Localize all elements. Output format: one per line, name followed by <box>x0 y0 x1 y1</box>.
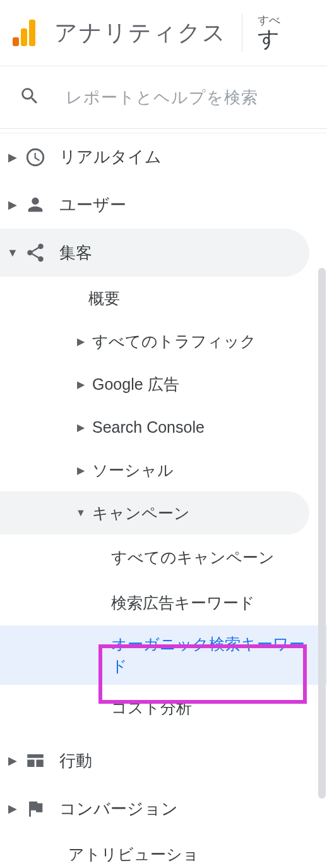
app-title: アナリティクス <box>54 18 227 49</box>
sub-campaigns[interactable]: ▼ キャンペーン <box>0 491 309 534</box>
caret-right-icon: ▶ <box>6 150 19 164</box>
sub-overview[interactable]: 概要 <box>0 277 327 320</box>
nav-conversions[interactable]: ▶ コンバージョン <box>0 785 327 833</box>
nav-label: リアルタイム <box>59 146 162 168</box>
sub-all-traffic[interactable]: ▶ すべてのトラフィック <box>0 320 327 363</box>
sub-attribution[interactable]: アトリビューショ <box>0 833 327 868</box>
share-nodes-icon <box>23 240 48 265</box>
nav-label: 集客 <box>59 242 92 264</box>
app-header: アナリティクス すべ す <box>0 0 327 66</box>
leaf-paid-keywords[interactable]: 検索広告キーワード <box>0 580 327 625</box>
caret-right-icon: ▶ <box>6 198 19 212</box>
scrollbar[interactable] <box>318 268 326 799</box>
property-selector[interactable]: すべ す <box>258 15 280 51</box>
caret-down-icon: ▼ <box>6 246 19 260</box>
clock-icon <box>23 145 48 170</box>
sub-social[interactable]: ▶ ソーシャル <box>0 449 327 491</box>
leaf-all-campaigns[interactable]: すべてのキャンペーン <box>0 534 327 580</box>
analytics-logo-icon <box>13 20 35 46</box>
nav-label: コンバージョン <box>59 798 178 820</box>
sub-search-console[interactable]: ▶ Search Console <box>0 406 327 449</box>
sidebar-nav: ▶ リアルタイム ▶ ユーザー ▼ 集客 概要 ▶ すべてのトラフィック ▶ G… <box>0 129 327 868</box>
caret-right-icon: ▶ <box>73 378 88 390</box>
nav-label: 行動 <box>59 750 92 772</box>
caret-right-icon: ▶ <box>73 335 88 347</box>
nav-behavior[interactable]: ▶ 行動 <box>0 737 327 785</box>
search-icon <box>19 85 40 109</box>
search-bar[interactable]: レポートとヘルプを検索 <box>0 66 327 129</box>
search-placeholder: レポートとヘルプを検索 <box>66 87 258 109</box>
sub-google-ads[interactable]: ▶ Google 広告 <box>0 363 327 406</box>
nav-acquisition[interactable]: ▼ 集客 <box>0 229 309 277</box>
layout-icon <box>23 748 48 773</box>
caret-right-icon: ▶ <box>73 421 88 433</box>
nav-realtime[interactable]: ▶ リアルタイム <box>0 133 327 181</box>
leaf-cost-analysis[interactable]: コスト分析 <box>0 685 327 730</box>
caret-down-icon: ▼ <box>73 507 88 519</box>
caret-right-icon: ▶ <box>73 464 88 476</box>
vertical-divider <box>242 14 242 52</box>
caret-right-icon: ▶ <box>6 754 19 768</box>
nav-label: ユーザー <box>59 194 126 216</box>
flag-icon <box>23 796 48 821</box>
caret-right-icon: ▶ <box>6 802 19 816</box>
leaf-organic-keywords[interactable]: オーガニック検索キーワード <box>0 625 327 685</box>
nav-audience[interactable]: ▶ ユーザー <box>0 181 327 229</box>
person-icon <box>23 192 48 217</box>
